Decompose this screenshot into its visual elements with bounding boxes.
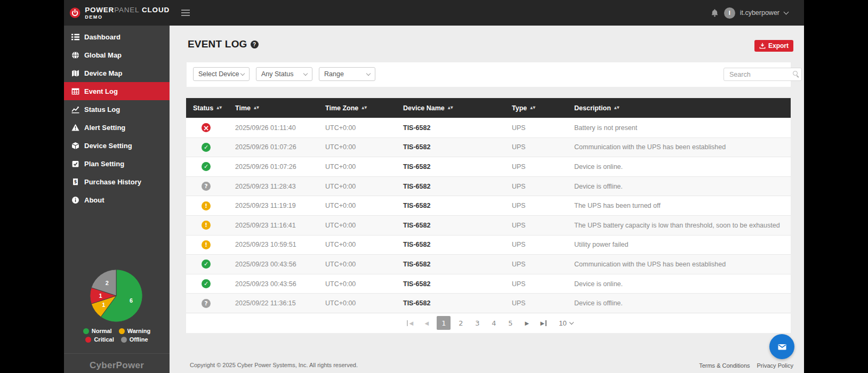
contact-chat-button[interactable] [769,334,794,359]
page-size-select[interactable]: 10 [559,319,573,327]
filter-bar: Select Device Any Status Range [187,62,791,87]
sidebar-item-status-log[interactable]: Status Log [64,100,170,118]
page-button-1[interactable]: 1 [437,316,451,330]
column-header-status[interactable]: Status▲▼ [193,104,235,112]
sidebar-item-plan-setting[interactable]: Plan Setting [64,155,170,173]
pagination: ◀ ◀ 1 2 3 4 5 ▶ ▶ 10 [186,313,791,333]
next-page-button[interactable]: ▶ [520,316,533,330]
table-row: 2025/09/23 00:43:56 UTC+0:00 TIS-6582 UP… [186,254,791,274]
column-header-device-name[interactable]: Device Name▲▼ [403,104,512,112]
legend-item-warning: Warning [119,328,151,334]
status-filter-dropdown[interactable]: Any Status [256,67,312,81]
sidebar-divider [64,353,170,354]
previous-page-button[interactable]: ◀ [420,316,433,330]
svg-text:1: 1 [99,293,102,299]
first-page-button[interactable]: ◀ [404,316,416,330]
table-row: 2025/09/26 01:07:26 UTC+0:00 TIS-6582 UP… [186,157,791,176]
info-icon [71,196,79,204]
table-header: Status▲▼ Time▲▼ Time Zone▲▼ Device Name▲… [186,98,791,118]
status-icon [202,143,211,152]
sort-icon: ▲▼ [254,107,259,110]
list-icon [71,33,79,41]
status-icon [202,279,211,288]
app-window: POWERPANEL CLOUD DEMO I it.cyberpower Da… [64,0,804,373]
username[interactable]: it.cyberpower [740,9,779,17]
notifications-bell-icon[interactable] [710,9,719,18]
page-button-3[interactable]: 3 [471,316,484,330]
column-header-type[interactable]: Type▲▼ [512,104,574,112]
sidebar-item-label: Plan Setting [84,160,124,168]
plan-check-icon [71,160,79,168]
range-filter-dropdown[interactable]: Range [319,67,375,81]
table-row: 2025/09/26 01:07:26 UTC+0:00 TIS-6582 UP… [186,137,791,157]
legend-dot [85,337,91,343]
sort-icon: ▲▼ [530,107,535,110]
envelope-icon [776,340,789,353]
legend-item-normal: Normal [83,328,112,334]
top-bar: POWERPANEL CLOUD DEMO I it.cyberpower [64,0,804,26]
help-icon[interactable]: ? [251,40,259,48]
sidebar-item-device-setting[interactable]: Device Setting [64,136,170,155]
select-device-dropdown[interactable]: Select Device [193,67,250,81]
download-icon [759,43,766,49]
cyberpower-logo: CyberPower [64,360,170,371]
privacy-link[interactable]: Privacy Policy [757,362,793,369]
table-row: 2025/09/23 11:16:41 UTC+0:00 TIS-6582 UP… [186,215,791,235]
page-button-2[interactable]: 2 [454,316,467,330]
chevron-down-icon[interactable] [784,9,789,14]
table-row: 2025/09/23 11:28:43 UTC+0:00 TIS-6582 UP… [186,176,791,196]
sidebar-item-label: Global Map [84,51,122,59]
status-icon [202,182,211,191]
sidebar-item-label: Dashboard [84,33,120,41]
sidebar-item-purchase-history[interactable]: $ Purchase History [64,173,170,191]
sidebar-item-alert-setting[interactable]: Alert Setting [64,118,170,136]
export-button[interactable]: Export [754,40,793,52]
event-log-table: Status▲▼ Time▲▼ Time Zone▲▼ Device Name▲… [186,98,791,333]
chevron-down-icon [569,320,573,325]
legend-dot [121,337,127,343]
terms-link[interactable]: Terms & Conditions [699,362,750,369]
main-content: EVENT LOG ? Export Select Device Any Sta… [170,26,804,373]
status-icon [202,201,211,210]
brand-title: POWERPANEL CLOUD [85,6,170,14]
powerpanel-logo-icon [69,5,81,20]
table-row: 2025/09/23 10:59:51 UTC+0:00 TIS-6582 UP… [186,235,791,255]
sidebar-item-about[interactable]: About [64,191,170,209]
sidebar-item-event-log[interactable]: Event Log [64,82,170,100]
line-chart-icon [71,106,79,113]
legend-item-offline: Offline [121,336,148,343]
status-icon [202,240,211,249]
sort-icon: ▲▼ [614,107,620,110]
sidebar-item-label: Alert Setting [84,124,125,132]
sort-icon: ▲▼ [448,107,453,110]
menu-toggle-button[interactable] [181,8,190,18]
brand-subtitle: DEMO [85,14,170,20]
column-header-description[interactable]: Description▲▼ [574,104,791,112]
column-header-timezone[interactable]: Time Zone▲▼ [325,104,403,112]
sidebar-item-label: About [84,196,105,204]
sidebar-item-label: Status Log [84,106,120,113]
chevron-down-icon [366,71,371,75]
legend-dot [83,328,89,334]
svg-text:6: 6 [130,297,133,304]
column-header-time[interactable]: Time▲▼ [235,104,325,112]
page-button-4[interactable]: 4 [487,316,500,330]
search-input[interactable] [724,68,802,81]
last-page-button[interactable]: ▶ [537,316,550,330]
legend-item-critical: Critical [85,336,114,343]
sidebar-item-dashboard[interactable]: Dashboard [64,28,170,46]
sidebar-item-global-map[interactable]: Global Map [64,46,170,64]
receipt-dollar-icon: $ [71,178,79,186]
sidebar-item-label: Device Map [84,69,123,77]
svg-text:2: 2 [106,280,109,286]
svg-text:$: $ [74,179,77,184]
sort-icon: ▲▼ [216,107,222,110]
table-row: 2025/09/23 00:43:56 UTC+0:00 TIS-6582 UP… [186,274,791,294]
status-icon [202,221,211,230]
pie-legend: Normal Warning Critical Offline [64,328,170,343]
page-button-5[interactable]: 5 [504,316,517,330]
user-avatar[interactable]: I [724,7,735,19]
status-icon [202,162,211,171]
sidebar-item-label: Event Log [84,87,118,95]
sidebar-item-device-map[interactable]: Device Map [64,64,170,82]
